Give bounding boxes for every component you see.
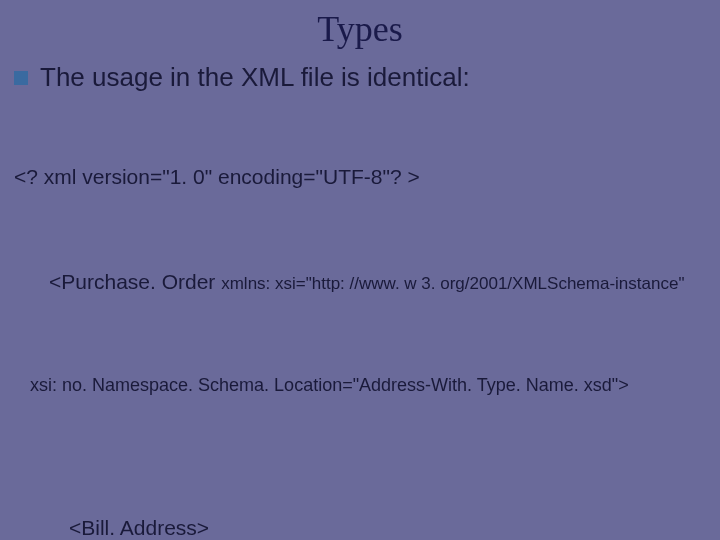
xml-code-block: <? xml version="1. 0" encoding="UTF-8"? … <box>14 111 706 540</box>
bullet-text: The usage in the XML file is identical: <box>40 62 470 93</box>
bullet-item: The usage in the XML file is identical: <box>14 62 706 93</box>
spacer <box>14 449 706 463</box>
code-line-schema-loc: xsi: no. Namespace. Schema. Location="Ad… <box>14 374 706 397</box>
slide: Types The usage in the XML file is ident… <box>0 0 720 540</box>
code-text-po-tag: <Purchase. Order <box>49 270 221 293</box>
code-line-po-open: <Purchase. Order xmlns: xsi="http: //www… <box>14 242 706 321</box>
square-bullet-icon <box>14 71 28 85</box>
code-line-bill-open: <Bill. Address> <box>14 515 706 540</box>
slide-title: Types <box>14 8 706 50</box>
code-text-xmlns: xmlns: xsi="http: //www. w 3. org/2001/X… <box>221 274 684 293</box>
code-line-xml-decl: <? xml version="1. 0" encoding="UTF-8"? … <box>14 164 706 190</box>
